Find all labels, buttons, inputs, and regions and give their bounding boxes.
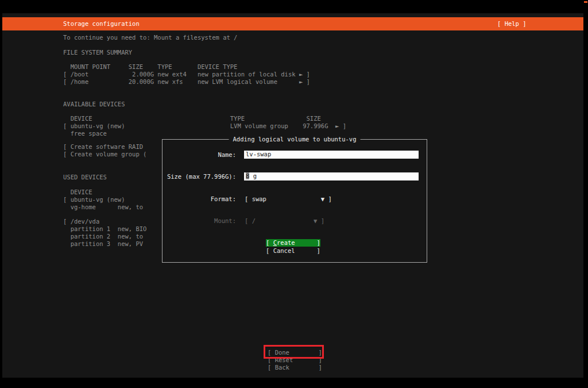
- used-row-ubuntu-vg[interactable]: [ ubuntu-vg (new): [63, 196, 125, 203]
- terminal-window: Storage configuration [ Help ] To contin…: [2, 13, 583, 378]
- used-row-dev-vda[interactable]: [ /dev/vda: [63, 218, 99, 225]
- title-bar: Storage configuration [ Help ]: [2, 17, 583, 30]
- name-input[interactable]: lv-swap: [244, 151, 419, 159]
- help-button[interactable]: [ Help ]: [497, 20, 527, 28]
- filesystem-summary-heading: FILE SYSTEM SUMMARY: [63, 49, 132, 56]
- format-label: Format:: [163, 195, 236, 203]
- add-logical-volume-dialog: Adding logical volume to ubuntu-vg Name:…: [162, 139, 427, 263]
- target-highlight-box: [264, 345, 324, 359]
- cancel-button[interactable]: [ Cancel ]: [266, 247, 320, 255]
- used-devices-heading: USED DEVICES: [63, 174, 107, 181]
- size-label: Size (max 77.996G):: [163, 173, 236, 180]
- terminal-cursor-artifact: [584, 1, 587, 3]
- size-input-value: g: [249, 172, 257, 179]
- create-volume-group-item[interactable]: [ Create volume group (: [63, 151, 146, 158]
- page-title: Storage configuration: [63, 20, 140, 28]
- available-devices-columns: DEVICE TYPE SIZE: [63, 115, 321, 122]
- name-input-value: lv-swap: [246, 151, 271, 157]
- create-button[interactable]: [ Create ]: [266, 239, 320, 247]
- fs-row-home[interactable]: [ /home 20.000G new xfs new LVM logical …: [63, 78, 310, 86]
- format-select[interactable]: [ swap ▼ ]: [245, 195, 332, 203]
- name-label: Name:: [163, 151, 236, 159]
- size-input[interactable]: 8 g: [244, 172, 419, 180]
- used-row-partition-1: partition 1 new, BIO: [63, 225, 146, 233]
- device-row-ubuntu-vg[interactable]: [ ubuntu-vg (new) LVM volume group 97.99…: [63, 122, 346, 130]
- instruction-text: To continue you need to: Mount a filesys…: [63, 34, 237, 41]
- dialog-title: Adding logical volume to ubuntu-vg: [229, 136, 361, 143]
- create-software-raid-item[interactable]: [ Create software RAID: [63, 143, 143, 151]
- used-row-partition-2: partition 2 new, to: [63, 233, 143, 240]
- used-devices-columns: DEVICE: [63, 189, 92, 196]
- installer-screen: Storage configuration [ Help ] To contin…: [0, 0, 588, 388]
- device-row-free-space: free space: [63, 130, 107, 137]
- used-row-vg-home: vg-home new, to: [63, 203, 143, 211]
- fs-row-boot[interactable]: [ /boot 2.000G new ext4 new partition of…: [63, 71, 310, 78]
- available-devices-heading: AVAILABLE DEVICES: [63, 101, 125, 108]
- used-row-partition-3: partition 3 new, PV: [63, 240, 143, 248]
- mount-select: [ / ▼ ]: [245, 217, 324, 225]
- filesystem-summary-columns: MOUNT POINT SIZE TYPE DEVICE TYPE: [63, 63, 237, 71]
- mount-label: Mount:: [163, 217, 236, 225]
- back-button[interactable]: [ Back ]: [268, 364, 322, 371]
